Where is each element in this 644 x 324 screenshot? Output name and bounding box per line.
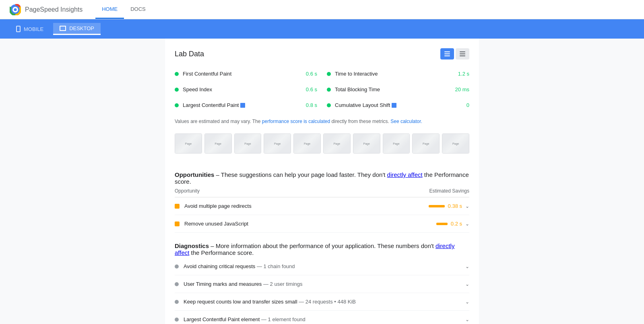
metric-lcp-value: 0.8 s — [306, 102, 317, 108]
metric-fcp-value: 0.6 s — [306, 71, 317, 77]
col-savings: Estimated Savings — [429, 188, 469, 194]
metric-si-dot — [175, 88, 179, 92]
filmstrip: Page Page Page Page Page Page Page Page … — [175, 133, 469, 154]
svg-rect-10 — [460, 55, 465, 56]
opp-savings-2: 0.2 s ⌄ — [436, 221, 469, 227]
opportunities-section: Opportunities – These suggestions can he… — [175, 171, 469, 233]
diag-detail-1: — 1 chain found — [257, 263, 295, 269]
nav-docs[interactable]: DOCS — [124, 0, 152, 19]
tab-desktop[interactable]: DESKTOP — [53, 23, 101, 35]
metric-tbt: Total Blocking Time 20 ms — [327, 83, 469, 96]
toggle-list-btn[interactable] — [440, 48, 454, 59]
diag-detail-2: — 2 user timings — [263, 281, 303, 287]
toggle-grid-btn[interactable] — [456, 48, 469, 59]
film-frame-5: Page — [293, 133, 321, 154]
perf-score-link[interactable]: performance score is calculated — [262, 119, 330, 124]
chevron-down-icon-1: ⌄ — [465, 203, 469, 209]
app-logo: PageSpeed Insights — [10, 4, 83, 15]
film-frame-8: Page — [383, 133, 410, 154]
tab-mobile[interactable]: MOBILE — [10, 23, 50, 35]
diag-desc-text: – More information about the performance… — [209, 242, 436, 249]
diag-item-1[interactable]: Avoid chaining critical requests — 1 cha… — [175, 258, 469, 275]
col-opportunity: Opportunity — [175, 188, 200, 194]
metric-tti-name: Time to Interactive — [335, 71, 458, 77]
metric-si-name: Speed Index — [183, 86, 306, 92]
chevron-down-icon-2: ⌄ — [465, 221, 469, 227]
diag-item-3[interactable]: Keep request counts low and transfer siz… — [175, 293, 469, 311]
diag-dot-4 — [175, 318, 179, 322]
metric-lcp-dot — [175, 103, 179, 107]
metric-tbt-value: 20 ms — [455, 86, 469, 92]
view-toggle — [440, 48, 469, 59]
chevron-down-icon-diag-1: ⌄ — [465, 264, 469, 269]
grid-view-icon — [460, 51, 465, 56]
film-frame-3: Page — [234, 133, 262, 154]
lab-data-note: Values are estimated and may vary. The p… — [175, 118, 469, 125]
film-frame-6: Page — [323, 133, 351, 154]
metric-cls-name: Cumulative Layout Shift — [335, 102, 466, 108]
lcp-info-icon[interactable] — [240, 103, 245, 108]
opp-item-1[interactable]: Avoid multiple page redirects 0.38 s ⌄ — [175, 197, 469, 215]
lab-data-title: Lab Data — [175, 50, 204, 58]
svg-point-4 — [14, 8, 17, 11]
desktop-icon — [60, 26, 66, 31]
svg-rect-9 — [460, 53, 465, 54]
opp-savings-value-2: 0.2 s — [451, 221, 462, 227]
opp-table-header: Opportunity Estimated Savings — [175, 187, 469, 197]
opp-icon-1 — [175, 204, 180, 209]
main-content: Lab Data — [165, 39, 479, 324]
diag-dot-2 — [175, 282, 179, 286]
film-frame-9: Page — [412, 133, 440, 154]
opp-name-2: Remove unused JavaScript — [184, 221, 436, 227]
metric-cls: Cumulative Layout Shift 0 — [327, 99, 469, 111]
film-frame-2: Page — [204, 133, 232, 154]
metric-lcp: Largest Contentful Paint 0.8 s — [175, 99, 317, 111]
svg-rect-8 — [460, 51, 465, 52]
svg-rect-6 — [444, 53, 450, 54]
diag-item-4[interactable]: Largest Contentful Paint element — 1 ele… — [175, 311, 469, 324]
nav-home[interactable]: HOME — [95, 0, 124, 19]
chevron-down-icon-diag-4: ⌄ — [465, 317, 469, 322]
tab-mobile-label: MOBILE — [24, 26, 43, 32]
metric-si: Speed Index 0.6 s — [175, 83, 317, 96]
opp-item-2[interactable]: Remove unused JavaScript 0.2 s ⌄ — [175, 215, 469, 233]
diag-name-4: Largest Contentful Paint element — 1 ele… — [184, 316, 460, 322]
tab-desktop-label: DESKTOP — [69, 25, 94, 31]
metrics-grid: First Contentful Paint 0.6 s Time to Int… — [175, 68, 469, 111]
metric-si-value: 0.6 s — [306, 86, 317, 92]
metric-cls-value: 0 — [466, 102, 469, 108]
calculator-link[interactable]: See calculator. — [390, 119, 422, 124]
metric-tti-value: 1.2 s — [458, 71, 469, 77]
film-frame-4: Page — [264, 133, 291, 154]
metric-fcp-name: First Contentful Paint — [183, 71, 306, 77]
chevron-down-icon-diag-2: ⌄ — [465, 281, 469, 287]
app-header: PageSpeed Insights HOME DOCS — [0, 0, 644, 19]
diagnostics-header: Diagnostics – More information about the… — [175, 242, 469, 256]
metric-cls-dot — [327, 103, 331, 107]
metric-lcp-name: Largest Contentful Paint — [183, 102, 306, 108]
opp-savings-1: 0.38 s ⌄ — [429, 203, 469, 209]
diag-item-2[interactable]: User Timing marks and measures — 2 user … — [175, 275, 469, 293]
chevron-down-icon-diag-3: ⌄ — [465, 299, 469, 305]
diag-detail-4: — 1 element found — [261, 316, 305, 322]
lab-data-header: Lab Data — [175, 48, 469, 59]
metric-fcp: First Contentful Paint 0.6 s — [175, 68, 317, 80]
metric-tti: Time to Interactive 1.2 s — [327, 68, 469, 80]
svg-rect-5 — [444, 51, 450, 52]
diag-dot-1 — [175, 265, 179, 269]
device-tab-bar: MOBILE DESKTOP — [0, 19, 644, 39]
cls-info-icon[interactable] — [392, 103, 396, 108]
opp-savings-value-1: 0.38 s — [448, 203, 462, 209]
diag-desc-end: the Performance score. — [189, 249, 254, 256]
savings-bar-1 — [429, 205, 445, 207]
film-frame-7: Page — [353, 133, 380, 154]
svg-rect-7 — [444, 55, 450, 56]
app-title: PageSpeed Insights — [25, 6, 83, 13]
diag-dot-3 — [175, 300, 179, 304]
diag-detail-3: — 24 requests • 448 KiB — [299, 299, 356, 305]
diag-name-2: User Timing marks and measures — 2 user … — [184, 281, 460, 287]
logo-icon — [10, 4, 21, 15]
diag-name-1: Avoid chaining critical requests — 1 cha… — [184, 263, 460, 269]
savings-bar-2 — [436, 223, 448, 225]
directly-affect-link[interactable]: directly affect — [387, 171, 423, 178]
